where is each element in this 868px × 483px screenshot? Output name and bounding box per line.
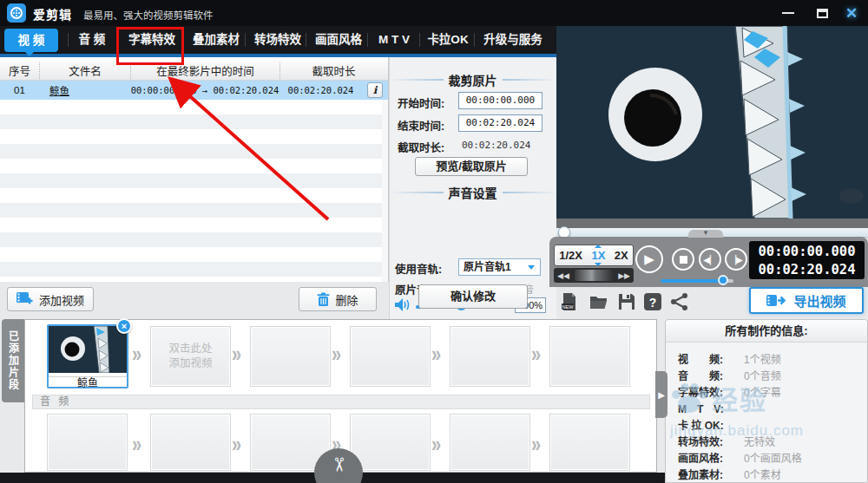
end-time-input[interactable]: 00:02:20.024 bbox=[458, 114, 542, 132]
stop-button[interactable] bbox=[672, 248, 694, 271]
clip-name-link[interactable]: 鲸鱼 bbox=[49, 86, 69, 96]
add-video-label: 添加视频 bbox=[39, 291, 84, 308]
new-project-icon[interactable]: NEW bbox=[560, 292, 579, 311]
audio-empty-slot[interactable] bbox=[350, 414, 431, 471]
cut-length-label: 截取时长: bbox=[398, 139, 444, 155]
info-label: 字幕特效: bbox=[678, 384, 723, 399]
info-label: 转场特效: bbox=[678, 434, 723, 448]
export-video-button[interactable]: 导出视频 bbox=[749, 287, 864, 314]
info-value: 1个视频 bbox=[744, 351, 781, 366]
chevron-right-icon: » bbox=[132, 342, 141, 368]
timeline-empty-slot[interactable] bbox=[450, 326, 530, 387]
speed-half-option[interactable]: 1/2X bbox=[559, 249, 582, 262]
timeline-empty-slot[interactable] bbox=[549, 326, 630, 387]
app-tagline: 最易用、强大的视频剪辑软件 bbox=[83, 8, 214, 22]
audio-empty-slot[interactable] bbox=[450, 414, 530, 471]
crop-section-title: 裁剪原片 bbox=[389, 71, 556, 88]
timeline-clip-whale[interactable]: 鲸鱼 × bbox=[47, 324, 128, 388]
scissors-icon: ✂ bbox=[327, 457, 350, 473]
info-label: 卡 拉 OK: bbox=[678, 417, 724, 432]
timeline-empty-slot[interactable] bbox=[350, 326, 431, 387]
speed-2x-option[interactable]: 2X bbox=[615, 249, 628, 262]
tab-separator bbox=[367, 33, 368, 47]
tab-upgrade-services[interactable]: 升级与服务 bbox=[477, 26, 549, 54]
trash-icon bbox=[317, 292, 330, 307]
chevron-right-icon: » bbox=[132, 432, 141, 458]
clip-list-scrollbar[interactable] bbox=[382, 100, 388, 282]
jog-wheel-cylinder bbox=[575, 270, 613, 281]
tab-picture-style[interactable]: 画面风格 bbox=[308, 26, 369, 54]
save-icon[interactable] bbox=[617, 292, 636, 311]
player-control-bar: ▾ 1/2X 1X 2X ◀◀ ▶▶ ▶ ◀▏ ▕▶ 00:00:00.000 … bbox=[549, 237, 868, 287]
audio-track-select[interactable]: 原片音轨1 bbox=[458, 258, 541, 276]
audio-empty-slot[interactable] bbox=[47, 414, 128, 471]
speed-1x-option[interactable]: 1X bbox=[591, 249, 605, 262]
prev-frame-button[interactable]: ◀▏ bbox=[699, 248, 721, 271]
chevron-down-icon[interactable]: ▾ bbox=[688, 230, 723, 238]
play-button[interactable]: ▶ bbox=[635, 245, 663, 273]
audio-empty-slot[interactable] bbox=[150, 414, 231, 471]
open-folder-icon[interactable] bbox=[589, 292, 608, 311]
tab-transition-effects[interactable]: 转场特效 bbox=[247, 26, 308, 54]
tab-mtv[interactable]: M T V bbox=[370, 26, 418, 54]
timeline-add-placeholder[interactable]: 双击此处 添加视频 bbox=[150, 326, 231, 387]
chevron-right-icon: » bbox=[431, 432, 441, 458]
active-tab-caret bbox=[25, 52, 34, 61]
tab-separator bbox=[68, 33, 69, 47]
col-header-index[interactable]: 序号 bbox=[0, 62, 39, 79]
audio-track-value: 原片音轨1 bbox=[464, 261, 511, 273]
sound-section-title: 声音设置 bbox=[389, 184, 556, 201]
info-value: 无特效 bbox=[744, 434, 775, 448]
add-video-button[interactable]: 添加视频 bbox=[7, 287, 94, 311]
remove-clip-icon[interactable]: × bbox=[116, 318, 132, 334]
crop-title-text: 裁剪原片 bbox=[449, 71, 497, 88]
svg-text:?: ? bbox=[649, 296, 657, 310]
jog-wheel[interactable]: ◀◀ ▶▶ bbox=[554, 268, 634, 283]
audio-track-label: 使用音轨: bbox=[395, 260, 442, 277]
jog-left-icon: ◀◀ bbox=[557, 271, 569, 280]
whale-thumb-image bbox=[49, 326, 127, 373]
collapse-panel-handle[interactable]: ▶ bbox=[655, 371, 667, 418]
added-clips-tab[interactable]: 已添加片段 bbox=[2, 319, 24, 402]
info-value: 0个画面风格 bbox=[744, 450, 802, 465]
share-icon[interactable] bbox=[670, 292, 689, 311]
time-display: 00:00:00.000 00:02:20.024 bbox=[749, 241, 865, 279]
video-frame-whale bbox=[556, 26, 868, 219]
tab-karaoke[interactable]: 卡拉OK bbox=[422, 26, 474, 54]
tab-subtitle-effects[interactable]: 字幕特效 bbox=[120, 26, 184, 54]
clip-list-panel: 序号 文件名 在最终影片中的时间 截取时长 01 鲸鱼 00:00:00.000… bbox=[0, 57, 389, 282]
clip-list-header: 序号 文件名 在最终影片中的时间 截取时长 bbox=[0, 61, 388, 81]
col-header-filename[interactable]: 文件名 bbox=[39, 62, 130, 79]
tab-separator bbox=[306, 33, 306, 47]
confirm-button[interactable]: 确认修改 bbox=[418, 284, 528, 309]
minimize-button[interactable] bbox=[775, 0, 801, 26]
tab-overlay-material[interactable]: 叠加素材 bbox=[186, 26, 247, 54]
video-preview[interactable] bbox=[556, 26, 868, 219]
col-header-final-time[interactable]: 在最终影片中的时间 bbox=[130, 62, 279, 79]
app-title: 爱剪辑 bbox=[33, 5, 72, 23]
info-panel-title: 所有制作的信息: bbox=[666, 320, 867, 343]
close-button[interactable]: ✕ bbox=[838, 0, 865, 26]
minimize-icon bbox=[782, 12, 794, 14]
current-time: 00:00:00.000 bbox=[749, 243, 865, 261]
clip-info-button[interactable]: i bbox=[367, 82, 383, 98]
chevron-right-icon: » bbox=[232, 432, 241, 458]
speed-selector: 1/2X 1X 2X bbox=[554, 245, 634, 266]
help-icon[interactable]: ? bbox=[643, 292, 662, 311]
next-frame-button[interactable]: ▕▶ bbox=[725, 248, 747, 271]
preview-cut-button[interactable]: 预览/截取原片 bbox=[415, 157, 528, 176]
delete-button[interactable]: 删除 bbox=[299, 287, 377, 311]
jog-right-icon: ▶▶ bbox=[618, 271, 630, 280]
maximize-button[interactable] bbox=[809, 0, 835, 26]
col-header-duration[interactable]: 截取时长 bbox=[279, 62, 387, 79]
clip-index: 01 bbox=[0, 85, 39, 95]
player-volume-knob[interactable] bbox=[718, 275, 728, 285]
clip-row-selected[interactable]: 01 鲸鱼 00:00:00.000 → 00:02:20.024 00:02:… bbox=[0, 81, 388, 100]
start-time-input[interactable]: 00:00:00.000 bbox=[458, 92, 542, 109]
tab-audio[interactable]: 音 频 bbox=[71, 26, 113, 54]
timeline-empty-slot[interactable] bbox=[250, 326, 331, 387]
maximize-icon bbox=[817, 9, 828, 18]
project-info-panel: 所有制作的信息: 视 频:1个视频 音 频:0个音频 字幕特效:0个字幕 M T… bbox=[665, 319, 868, 483]
audio-empty-slot[interactable] bbox=[549, 414, 630, 471]
tab-video[interactable]: 视 频 bbox=[4, 29, 58, 52]
